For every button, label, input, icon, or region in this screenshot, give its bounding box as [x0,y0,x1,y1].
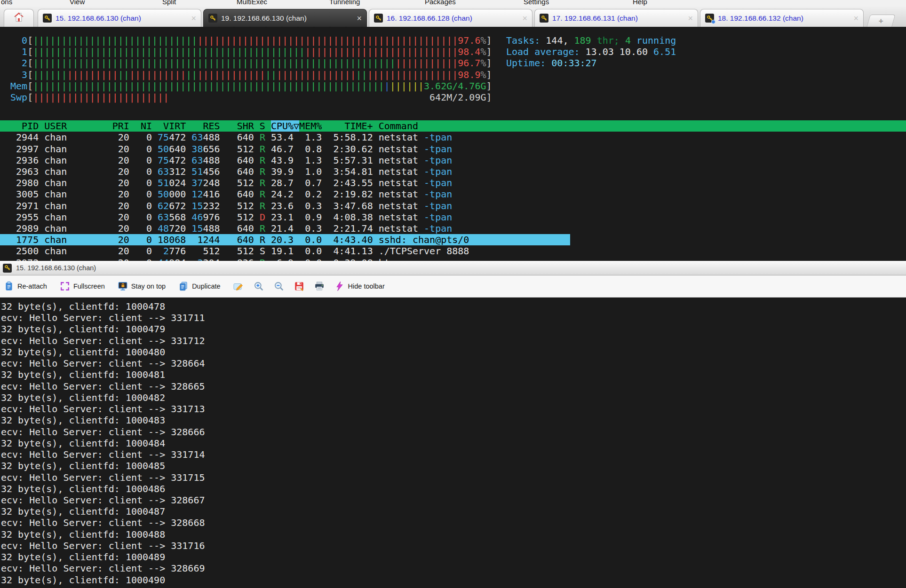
fullscreen-icon [60,281,70,291]
session-key-icon [3,264,12,273]
meter-3: 3[||||||||||||||||||||||||||||||||||||||… [10,69,906,80]
tab-status-badge [711,20,715,24]
zoom-out-icon [274,281,284,291]
tab-session-15[interactable]: 15. 192.168.66.130 (chan) × [38,9,201,27]
toolbar-label: Re-attach [17,282,47,290]
duplicate-icon [178,281,189,291]
home-icon [13,11,25,25]
htop-process-table: PID USER PRI NI VIRT RES SHR S CPU%▽MEM%… [0,120,906,261]
toolbar-label: Duplicate [192,282,220,290]
process-row-2971[interactable]: 2971 chan 20 0 62672 15232 512 R 23.6 0.… [0,200,906,212]
reattach-icon [4,281,14,291]
reattach-button[interactable]: Re-attach [4,281,47,291]
close-tab-icon[interactable]: × [853,14,858,23]
home-tab[interactable] [4,9,34,27]
session-key-icon [43,14,52,23]
process-row-2997[interactable]: 2997 chan 20 0 50640 38656 512 R 46.7 0.… [0,143,906,155]
tab-label: 18. 192.168.66.132 (chan) [718,14,850,23]
session-key-icon [374,14,383,23]
menu-item-help[interactable]: Help [633,0,647,6]
process-row-2980[interactable]: 2980 chan 20 0 51024 37248 512 R 28.7 0.… [0,177,906,188]
edit-button[interactable] [233,281,244,291]
print-icon [314,281,325,291]
session-key-icon [705,14,714,23]
save-icon [294,281,304,291]
load-average-line: Load average: 13.03 10.60 6.51 [506,46,676,57]
menu-item-tunneling[interactable]: Tunneling [329,0,360,6]
process-table-header[interactable]: PID USER PRI NI VIRT RES SHR S CPU%▽MEM%… [0,120,906,132]
close-tab-icon[interactable]: × [688,14,693,23]
tab-session-17[interactable]: 17. 192.168.66.131 (chan) × [534,9,698,27]
toolbar-label: Hide toolbar [348,282,385,290]
stay-on-top-button[interactable]: Stay on top [118,281,166,291]
tab-bar: 15. 192.168.66.130 (chan) × 19. 192.168.… [0,6,906,27]
edit-icon [233,281,244,291]
hide-toolbar-button[interactable]: Hide toolbar [334,281,385,291]
process-row-2989[interactable]: 2989 chan 20 0 48720 15488 640 R 21.4 0.… [0,223,906,234]
menu-item-multiexec[interactable]: MultiExec [237,0,267,6]
tab-session-18[interactable]: 18. 192.168.66.132 (chan) × [700,9,864,27]
process-row-2972[interactable]: 2972 chan 20 0 44984 3304 836 R 6.9 0.0 … [0,257,906,261]
fullscreen-button[interactable]: Fullscreen [60,281,105,291]
plus-icon: + [879,16,883,26]
menu-item-settings[interactable]: Settings [524,0,549,6]
zoom-out-button[interactable] [274,281,284,291]
sort-column-cpu[interactable]: CPU%▽ [271,120,299,132]
tab-label: 15. 192.168.66.130 (chan) [56,14,187,23]
tab-label: 17. 192.168.66.131 (chan) [552,14,684,23]
meter-Mem: Mem[||||||||||||||||||||||||||||||||||||… [10,80,906,92]
tab-session-16[interactable]: 16. 192.168.66.128 (chan) × [369,9,532,27]
htop-meters: 0[||||||||||||||||||||||||||||||||||||||… [0,27,906,103]
close-tab-icon[interactable]: × [191,14,196,23]
zoom-in-button[interactable] [254,281,264,291]
tab-label: 16. 192.168.66.128 (chan) [387,14,518,23]
uptime-line: Uptime: 00:33:27 [506,57,676,69]
close-tab-icon[interactable]: × [522,14,527,23]
print-button[interactable] [314,281,325,291]
process-row-2955[interactable]: 2955 chan 20 0 63568 46976 512 D 23.1 0.… [0,212,906,223]
process-row-2963[interactable]: 2963 chan 20 0 63312 51456 640 R 39.9 1.… [0,166,906,177]
new-tab-button[interactable]: + [866,15,895,27]
meter-2: 2[||||||||||||||||||||||||||||||||||||||… [10,57,906,69]
process-row-2936[interactable]: 2936 chan 20 0 75472 63488 640 R 43.9 1.… [0,155,906,166]
menu-item-view[interactable]: View [70,0,85,6]
process-row-2944[interactable]: 2944 chan 20 0 75472 63488 640 R 53.4 1.… [0,132,906,143]
zoom-in-icon [254,281,264,291]
meter-Swp: Swp[|||||||||||||||||||||||| 642M/2.09G] [10,92,906,103]
htop-terminal: 0[||||||||||||||||||||||||||||||||||||||… [0,27,906,261]
meter-0: 0[||||||||||||||||||||||||||||||||||||||… [10,35,906,46]
session-key-icon [208,14,217,23]
menu-item-packages[interactable]: Packages [425,0,456,6]
server-log-terminal[interactable]: 32 byte(s), clientfd: 1000478 ecv: Hello… [0,298,906,588]
tab-label: 19. 192.168.66.130 (chan) [221,14,353,23]
process-row-2500[interactable]: 2500 chan 20 0 2776 512 512 S 19.1 0.0 4… [0,245,906,257]
save-button[interactable] [294,281,304,291]
menu-item-split[interactable]: Split [162,0,176,6]
meter-1: 1[||||||||||||||||||||||||||||||||||||||… [10,46,906,57]
pane-toolbar: Re-attachFullscreenStay on topDuplicateH… [0,275,906,298]
toolbar-label: Stay on top [131,282,166,290]
session-key-icon [540,14,548,23]
close-tab-icon[interactable]: × [357,14,362,23]
toolbar-label: Fullscreen [73,282,105,290]
pane-title: 15. 192.168.66.130 (chan) [16,264,96,272]
process-row-3005[interactable]: 3005 chan 20 0 50000 12416 640 R 24.2 0.… [0,188,906,200]
duplicate-button[interactable]: Duplicate [178,281,220,291]
tasks-line: Tasks: 144, 189 thr; 4 running [506,35,676,46]
stay-on-top-icon [118,281,128,291]
pane-title-bar[interactable]: 15. 192.168.66.130 (chan) [0,261,906,275]
process-row-1775[interactable]: 1775 chan 20 0 18068 1244 640 R 20.3 0.0… [0,234,570,245]
menu-item-ons[interactable]: ons [1,0,12,6]
hide-toolbar-icon [334,281,345,291]
tab-session-19-active[interactable]: 19. 192.168.66.130 (chan) × [203,9,367,27]
htop-system-info: Tasks: 144, 189 thr; 4 runningLoad avera… [506,35,676,69]
menu-bar: onsViewSplitMultiExecTunnelingPackagesSe… [0,0,906,6]
